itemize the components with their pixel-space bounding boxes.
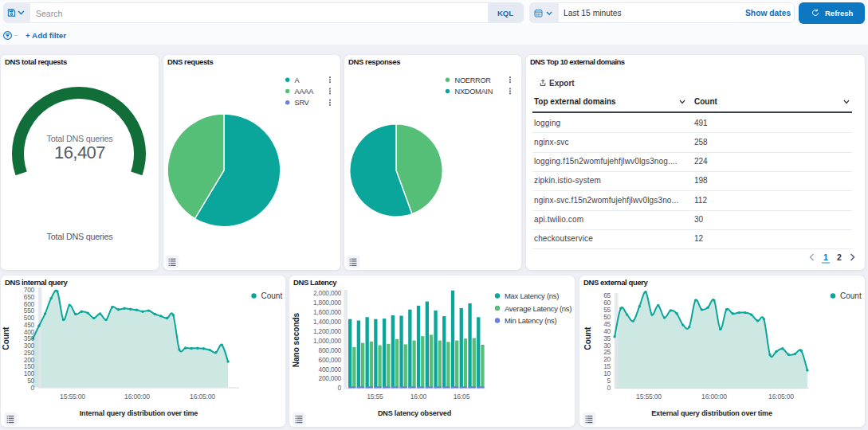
svg-text:SRV: SRV (295, 99, 310, 107)
svg-text:400,000: 400,000 (318, 366, 341, 373)
svg-text:600,000: 600,000 (318, 356, 341, 364)
svg-text:15:55:00: 15:55:00 (60, 393, 85, 401)
svg-text:1,400,000: 1,400,000 (313, 318, 342, 326)
svg-text:Count: Count (840, 291, 862, 300)
svg-text:AAAA: AAAA (295, 88, 315, 96)
svg-text:External query distribution ov: External query distribution over time (651, 409, 772, 417)
svg-text:16:05:00: 16:05:00 (768, 393, 794, 401)
svg-text:25: 25 (603, 348, 611, 356)
svg-text:45: 45 (603, 320, 611, 328)
svg-text:400: 400 (24, 328, 35, 336)
svg-text:60: 60 (603, 299, 611, 307)
svg-text:800,000: 800,000 (318, 346, 341, 354)
svg-text:15: 15 (603, 362, 611, 370)
svg-text:65: 65 (603, 291, 611, 299)
svg-text:Nano seconds: Nano seconds (292, 312, 300, 367)
svg-text:55: 55 (603, 306, 611, 314)
svg-text:1,000,000: 1,000,000 (313, 337, 342, 345)
svg-text:16,407: 16,407 (54, 143, 105, 162)
svg-text:1,200,000: 1,200,000 (313, 327, 342, 335)
svg-text:500: 500 (24, 314, 35, 322)
svg-text:Count: Count (583, 326, 592, 350)
svg-text:15:55:00: 15:55:00 (636, 393, 662, 401)
svg-text:250: 250 (24, 349, 35, 357)
svg-text:Min Latency (ns): Min Latency (ns) (505, 316, 557, 325)
svg-text:10: 10 (603, 369, 611, 377)
svg-text:5: 5 (607, 377, 611, 385)
svg-text:0: 0 (31, 384, 35, 392)
svg-text:16:05:00: 16:05:00 (190, 393, 215, 401)
svg-text:0: 0 (607, 384, 611, 392)
svg-text:Count: Count (261, 291, 283, 300)
svg-text:35: 35 (603, 334, 611, 342)
svg-text:650: 650 (24, 293, 35, 301)
svg-text:450: 450 (24, 321, 35, 329)
svg-text:50: 50 (603, 313, 611, 321)
svg-text:600: 600 (24, 300, 35, 308)
svg-text:Internal query distribution ov: Internal query distribution over time (80, 409, 198, 417)
svg-text:550: 550 (24, 307, 35, 315)
svg-text:200,000: 200,000 (318, 374, 341, 382)
svg-text:40: 40 (603, 327, 611, 335)
svg-text:16:00: 16:00 (410, 393, 427, 401)
svg-text:700: 700 (24, 286, 35, 294)
svg-text:50: 50 (27, 377, 34, 385)
svg-text:1,800,000: 1,800,000 (313, 299, 342, 307)
svg-text:200: 200 (24, 356, 35, 364)
svg-text:350: 350 (24, 334, 35, 342)
svg-text:NOERROR: NOERROR (455, 76, 492, 84)
svg-text:DNS latency observed: DNS latency observed (378, 409, 451, 417)
svg-text:Average Latency (ns): Average Latency (ns) (505, 304, 571, 313)
svg-text:100: 100 (24, 369, 35, 377)
svg-text:Total DNS queries: Total DNS queries (47, 232, 114, 241)
svg-text:20: 20 (603, 355, 611, 363)
svg-text:15:55: 15:55 (367, 393, 383, 401)
svg-text:16:00:00: 16:00:00 (124, 393, 150, 401)
svg-text:NXDOMAIN: NXDOMAIN (455, 88, 493, 96)
svg-text:150: 150 (24, 362, 35, 370)
svg-text:Count: Count (2, 326, 10, 350)
svg-text:30: 30 (603, 342, 611, 350)
svg-text:300: 300 (24, 342, 35, 350)
svg-text:2,000,000: 2,000,000 (313, 289, 342, 297)
svg-text:1,600,000: 1,600,000 (313, 308, 342, 316)
svg-text:A: A (295, 76, 300, 84)
svg-text:16:05: 16:05 (454, 393, 470, 401)
svg-text:0: 0 (338, 384, 342, 392)
svg-text:Max Latency (ns): Max Latency (ns) (505, 291, 559, 300)
svg-text:16:00:00: 16:00:00 (701, 393, 727, 401)
